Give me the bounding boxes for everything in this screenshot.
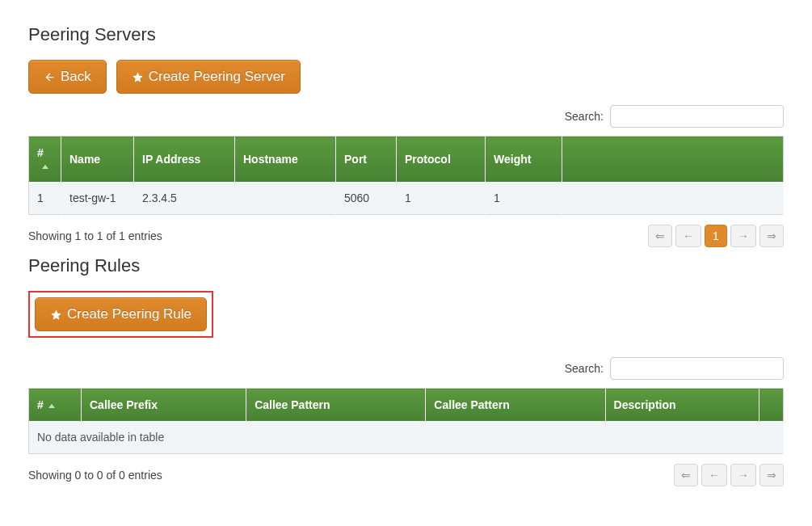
cell-protocol: 1	[397, 182, 486, 215]
cell-hostname	[235, 182, 336, 215]
rules-search-input[interactable]	[610, 357, 784, 380]
empty-message: No data available in table	[29, 421, 784, 454]
back-button[interactable]: Back	[28, 60, 107, 94]
cell-weight: 1	[486, 182, 562, 215]
col-id-label: #	[37, 146, 44, 159]
create-server-label: Create Peering Server	[149, 69, 285, 85]
empty-row: No data available in table	[29, 421, 784, 454]
col-pattern1[interactable]: Callee Pattern	[246, 389, 426, 422]
servers-toolbar: Back Create Peering Server	[28, 60, 784, 94]
cell-actions	[562, 182, 784, 215]
pager-next-button[interactable]: →	[730, 464, 756, 486]
rules-title: Peering Rules	[28, 255, 784, 276]
arrow-left-icon	[44, 71, 56, 83]
table-row[interactable]: 1 test-gw-1 2.3.4.5 5060 1 1	[29, 182, 784, 215]
col-prefix[interactable]: Callee Prefix	[82, 389, 246, 422]
col-port[interactable]: Port	[336, 137, 397, 183]
star-icon	[132, 71, 144, 83]
col-id[interactable]: #	[29, 137, 61, 183]
servers-search-label: Search:	[565, 110, 604, 123]
pager-first-button[interactable]: ⇐	[674, 464, 698, 486]
pager-next-button[interactable]: →	[730, 225, 756, 247]
col-hostname[interactable]: Hostname	[235, 137, 336, 183]
col-protocol[interactable]: Protocol	[397, 137, 486, 183]
servers-title: Peering Servers	[28, 24, 784, 45]
rules-info: Showing 0 to 0 of 0 entries	[28, 469, 162, 482]
sort-asc-icon	[42, 165, 48, 169]
col-ip[interactable]: IP Address	[134, 137, 235, 183]
servers-info: Showing 1 to 1 of 1 entries	[28, 229, 162, 242]
cell-id: 1	[29, 182, 61, 215]
col-id[interactable]: #	[29, 389, 82, 422]
rules-pager: ⇐ ← → ⇒	[674, 464, 784, 486]
servers-table: # Name IP Address Hostname Port Protocol…	[28, 136, 784, 215]
pager-first-button[interactable]: ⇐	[648, 225, 672, 247]
servers-footer: Showing 1 to 1 of 1 entries ⇐ ← 1 → ⇒	[28, 225, 784, 247]
col-weight[interactable]: Weight	[486, 137, 562, 183]
servers-pager: ⇐ ← 1 → ⇒	[648, 225, 784, 247]
rules-table: # Callee Prefix Callee Pattern Callee Pa…	[28, 388, 784, 454]
create-server-button[interactable]: Create Peering Server	[116, 60, 301, 94]
sort-asc-icon	[48, 404, 55, 408]
back-label: Back	[61, 69, 91, 85]
col-id-label: #	[37, 398, 44, 411]
servers-search-input[interactable]	[610, 105, 784, 128]
col-desc[interactable]: Description	[605, 389, 759, 422]
pager-page-button[interactable]: 1	[705, 225, 727, 247]
pager-last-button[interactable]: ⇒	[759, 464, 784, 486]
create-rule-button[interactable]: Create Peering Rule	[35, 297, 207, 331]
create-rule-label: Create Peering Rule	[67, 306, 191, 322]
rules-footer: Showing 0 to 0 of 0 entries ⇐ ← → ⇒	[28, 464, 784, 486]
col-name[interactable]: Name	[61, 137, 134, 183]
cell-name: test-gw-1	[61, 182, 134, 215]
star-icon	[50, 309, 62, 321]
col-actions	[562, 137, 784, 183]
rules-search-label: Search:	[565, 362, 604, 375]
cell-ip: 2.3.4.5	[134, 182, 235, 215]
pager-prev-button[interactable]: ←	[675, 225, 701, 247]
rules-search-row: Search:	[28, 357, 784, 380]
pager-prev-button[interactable]: ←	[701, 464, 727, 486]
servers-search-row: Search:	[28, 105, 784, 128]
col-actions	[759, 389, 784, 422]
create-rule-highlight: Create Peering Rule	[28, 291, 213, 338]
cell-port: 5060	[336, 182, 397, 215]
col-pattern2[interactable]: Callee Pattern	[426, 389, 605, 422]
pager-last-button[interactable]: ⇒	[759, 225, 784, 247]
